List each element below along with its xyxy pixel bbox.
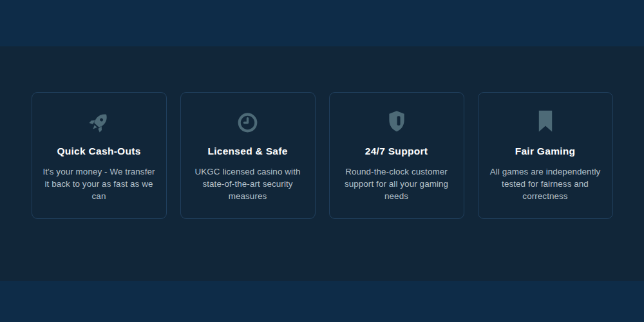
page: Quick Cash-Outs It's your money - We tra… (0, 0, 644, 322)
feature-card-support: 24/7 Support Round-the-clock customer su… (329, 92, 464, 219)
clock-icon (189, 109, 307, 135)
feature-card-licensed-safe: Licensed & Safe UKGC licensed casino wit… (180, 92, 316, 219)
features-section: Quick Cash-Outs It's your money - We tra… (0, 46, 644, 281)
rocket-icon (40, 109, 158, 135)
top-banner (0, 0, 644, 46)
card-title: Licensed & Safe (189, 146, 307, 157)
card-description: Round-the-clock customer support for all… (337, 166, 456, 202)
card-title: 24/7 Support (337, 146, 456, 157)
feature-card-fair-gaming: Fair Gaming All games are independently … (478, 92, 613, 219)
card-title: Fair Gaming (486, 146, 605, 157)
shield-icon (337, 109, 456, 135)
card-description: All games are independently tested for f… (486, 166, 605, 202)
card-description: UKGC licensed casino with state-of-the-a… (189, 166, 307, 202)
card-title: Quick Cash-Outs (40, 146, 158, 157)
bottom-banner (0, 281, 644, 322)
card-description: It's your money - We transfer it back to… (40, 166, 158, 202)
bookmark-icon (486, 109, 605, 135)
feature-card-quick-cash-outs: Quick Cash-Outs It's your money - We tra… (32, 92, 167, 219)
